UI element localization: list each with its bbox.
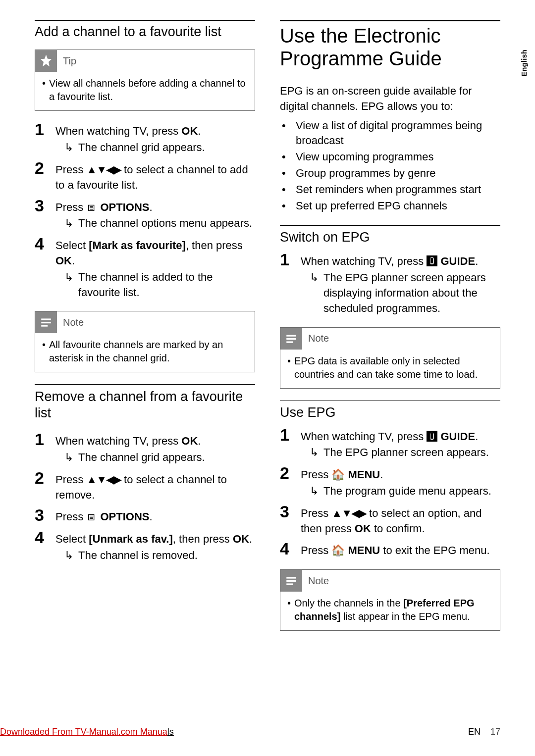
step-bold: OK [181,435,198,447]
right-column: Use the Electronic Programme Guide EPG i… [280,20,500,641]
step-number: 4 [280,540,292,557]
bullet: Group programmes by genre [296,166,500,181]
step: 3 Press ▲▼◀▶ to select an option, and th… [280,503,500,537]
step-text: Press [301,507,331,519]
tip-box: Tip View all channels before adding a ch… [35,50,255,111]
result-arrow-icon: ↳ [64,450,73,465]
step-bold: MENU [345,468,380,481]
step: 2 Press ▲▼◀▶ to select a channel to remo… [35,469,255,503]
step-number: 2 [280,464,292,481]
step-number: 1 [280,426,292,443]
step-bold: [Mark as favourite] [89,239,186,252]
rule [35,384,255,385]
svg-rect-3 [286,335,296,336]
svg-rect-2 [41,325,48,327]
step-text: Press [55,473,86,486]
step-bold: [Unmark as fav.] [89,533,173,545]
step-text: , then press [186,239,243,252]
step-text: Press [301,468,331,481]
options-icon: 🗉 [86,510,97,523]
step-text: . [149,201,152,213]
bullet: View a list of digital programmes being … [296,118,500,149]
step-text: to confirm. [371,522,425,535]
step-bold: OK [233,533,249,545]
step-result: The program guide menu appears. [323,484,500,499]
step-text: to exit the EPG menu. [380,544,489,556]
use-epg-steps: 1 When watching TV, press 🅾 GUIDE. ↳The … [280,426,500,559]
step-bold: GUIDE [437,255,475,267]
step-number: 1 [35,431,47,448]
step-text: When watching TV, press [55,125,181,137]
svg-rect-8 [286,584,293,585]
page: English Add a channel to a favourite lis… [0,0,535,756]
step-text: . [475,255,478,267]
footer: EN17 [468,727,500,737]
download-link[interactable]: Downloaded From TV-Manual.com Manuals [0,727,174,737]
note-title: Note [302,570,338,592]
rule [35,20,255,21]
step: 1 When watching TV, press 🅾 GUIDE. ↳The … [280,251,500,316]
content-columns: Add a channel to a favourite list Tip Vi… [35,20,500,641]
step-text: When watching TV, press [301,430,427,443]
svg-rect-1 [41,322,51,323]
svg-rect-4 [286,338,296,339]
step-result: The channel is added to the favourite li… [78,270,255,301]
switch-epg-steps: 1 When watching TV, press 🅾 GUIDE. ↳The … [280,251,500,316]
heading-switch-epg: Switch on EPG [280,230,500,245]
step-bold: OK [181,125,198,137]
result-arrow-icon: ↳ [310,445,319,460]
rule [280,20,500,21]
step-number: 2 [35,469,47,486]
rule [280,401,500,401]
note-title: Note [302,328,338,350]
step-text: When watching TV, press [55,435,181,447]
step-text: Select [55,239,89,252]
note-box: Note Only the channels in the [Preferred… [280,569,500,631]
options-icon: 🗉 [86,201,97,213]
remove-steps: 1 When watching TV, press OK. ↳The chann… [35,431,255,563]
step: 1 When watching TV, press 🅾 GUIDE. ↳The … [280,426,500,461]
note-icon [35,311,57,333]
step: 4 Select [Mark as favourite], then press… [35,235,255,300]
note-box: Note All favourite channels are marked b… [35,311,255,372]
step-bold: MENU [345,544,380,556]
step: 4 Press 🏠 MENU to exit the EPG menu. [280,540,500,558]
bullet: Set reminders when programmes start [296,182,500,198]
step-bold: OPTIONS [97,510,149,523]
result-arrow-icon: ↳ [64,270,73,301]
result-arrow-icon: ↳ [310,270,319,316]
step-number: 3 [280,503,292,520]
note-title: Note [57,311,93,333]
tip-title: Tip [57,50,85,72]
step-number: 2 [35,159,47,176]
svg-rect-6 [286,577,296,579]
note-text: list appear in the EPG menu. [340,611,470,622]
step-bold: OK [355,522,371,535]
step-text: . [149,510,152,523]
step-text: . [475,430,478,443]
step-text: Press [55,201,86,213]
step-number: 1 [280,251,292,268]
note-text: Only the channels in the [294,598,403,608]
tip-icon [35,50,57,72]
left-column: Add a channel to a favourite list Tip Vi… [35,20,255,641]
step: 2 Press 🏠 MENU. ↳The program guide menu … [280,464,500,499]
step-text: Press [55,163,86,176]
svg-rect-0 [41,319,51,320]
result-arrow-icon: ↳ [310,484,319,499]
step-result: The channel grid appears. [78,450,255,465]
page-number: 17 [490,727,500,737]
home-icon: 🏠 [331,544,345,556]
step-text: , then press [173,533,233,545]
step: 1 When watching TV, press OK. ↳The chann… [35,121,255,155]
step: 3 Press 🗉 OPTIONS. ↳The channel options … [35,197,255,232]
step-result: The channel grid appears. [78,140,255,155]
link-text: ls [167,727,174,737]
result-arrow-icon: ↳ [64,548,73,563]
step-bold: OK [55,254,72,267]
bullet: View upcoming programmes [296,150,500,165]
step-text: . [198,435,201,447]
note-box: Note EPG data is available only in selec… [280,327,500,389]
step-result: The EPG planner screen appears displayin… [323,270,500,316]
step-result: The channel is removed. [78,548,255,563]
